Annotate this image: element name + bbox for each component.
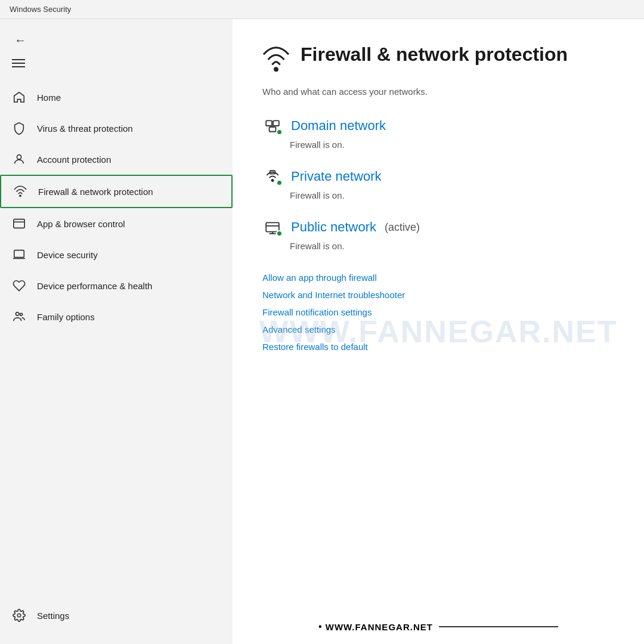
public-network-section: Public network (active) Firewall is on.: [262, 217, 614, 251]
svg-point-0: [17, 155, 21, 159]
hamburger-area: [0, 54, 233, 70]
sidebar-item-app-browser[interactable]: App & browser control: [0, 208, 233, 239]
advanced-settings-link[interactable]: Advanced settings: [262, 324, 614, 335]
svg-point-13: [271, 179, 273, 181]
sidebar-bottom: Settings: [0, 592, 233, 644]
sidebar-item-device-security-label: Device security: [37, 250, 98, 260]
sidebar-item-virus[interactable]: Virus & threat protection: [0, 113, 233, 144]
app-title: Windows Security: [10, 5, 71, 14]
sidebar-item-device-health-label: Device performance & health: [37, 281, 152, 291]
shield-icon: [12, 121, 26, 135]
domain-green-dot: [276, 129, 283, 135]
private-network-title-row: Private network: [262, 166, 614, 187]
firewall-header-icon: [262, 45, 290, 78]
family-icon: [12, 309, 26, 324]
main-content: WWW.FANNEGAR.NET Firewall & network prot…: [233, 19, 644, 644]
sidebar-item-family[interactable]: Family options: [0, 301, 233, 332]
sidebar-item-app-browser-label: App & browser control: [37, 219, 125, 229]
private-network-icon-wrap: [262, 166, 283, 187]
home-icon: [12, 90, 26, 104]
private-green-dot: [276, 179, 283, 186]
domain-network-link[interactable]: Domain network: [291, 118, 386, 134]
svg-point-8: [275, 68, 278, 71]
sidebar-item-device-security[interactable]: Device security: [0, 239, 233, 270]
sidebar-item-firewall-label: Firewall & network protection: [38, 187, 153, 197]
hamburger-line-1: [12, 59, 25, 60]
troubleshooter-link[interactable]: Network and Internet troubleshooter: [262, 290, 614, 300]
wifi-icon: [13, 184, 27, 199]
sidebar-item-firewall[interactable]: Firewall & network protection: [0, 175, 233, 208]
gear-icon: [12, 608, 26, 623]
domain-network-title-row: Domain network: [262, 116, 614, 136]
svg-rect-9: [266, 120, 272, 126]
sidebar-item-home[interactable]: Home: [0, 82, 233, 113]
heart-icon: [12, 278, 26, 293]
svg-rect-10: [273, 120, 279, 126]
public-network-title-row: Public network (active): [262, 217, 614, 237]
app-container: ← Home: [0, 19, 644, 644]
back-button[interactable]: ←: [12, 31, 29, 49]
public-network-icon-wrap: [262, 217, 283, 237]
svg-point-7: [17, 614, 21, 617]
browser-icon: [12, 216, 26, 231]
settings-item[interactable]: Settings: [12, 601, 221, 630]
bottom-watermark-text: WWW.FANNEGAR.NET: [326, 622, 433, 632]
bullet: •: [318, 621, 322, 632]
svg-point-5: [16, 312, 20, 316]
svg-rect-4: [14, 250, 24, 258]
page-subtitle: Who and what can access your networks.: [262, 86, 614, 97]
allow-app-link[interactable]: Allow an app through firewall: [262, 273, 614, 283]
private-network-status: Firewall is on.: [290, 190, 614, 200]
hamburger-button[interactable]: [12, 57, 25, 70]
restore-defaults-link[interactable]: Restore firewalls to default: [262, 342, 614, 352]
sidebar-top-controls: ←: [0, 26, 233, 54]
domain-network-section: Domain network Firewall is on.: [262, 116, 614, 150]
sidebar-item-account[interactable]: Account protection: [0, 144, 233, 175]
hamburger-line-3: [12, 66, 25, 67]
domain-network-icon-wrap: [262, 116, 283, 136]
sidebar-item-home-label: Home: [37, 92, 61, 103]
svg-point-1: [20, 195, 21, 196]
sidebar-item-virus-label: Virus & threat protection: [37, 123, 133, 134]
sidebar-item-account-label: Account protection: [37, 154, 111, 165]
domain-network-status: Firewall is on.: [290, 140, 614, 150]
sidebar-item-family-label: Family options: [37, 312, 95, 322]
public-green-dot: [276, 230, 283, 237]
person-icon: [12, 152, 26, 166]
title-bar: Windows Security: [0, 0, 644, 19]
svg-rect-2: [14, 219, 24, 228]
nav-list: Home Virus & threat protection: [0, 70, 233, 592]
svg-rect-11: [270, 127, 276, 132]
page-title: Firewall & network protection: [301, 43, 568, 66]
bottom-watermark-container: • WWW.FANNEGAR.NET: [318, 621, 558, 632]
settings-label: Settings: [37, 611, 69, 621]
page-header: Firewall & network protection: [262, 43, 614, 78]
laptop-icon: [12, 247, 26, 262]
bottom-watermark-line: [439, 626, 558, 627]
links-section: Allow an app through firewall Network an…: [262, 273, 614, 352]
public-network-status: Firewall is on.: [290, 241, 614, 251]
sidebar: ← Home: [0, 19, 233, 644]
hamburger-line-2: [12, 63, 25, 64]
sidebar-item-device-health[interactable]: Device performance & health: [0, 270, 233, 301]
private-network-link[interactable]: Private network: [291, 169, 382, 184]
svg-point-6: [20, 313, 23, 315]
private-network-section: Private network Firewall is on.: [262, 166, 614, 200]
public-network-active-badge: (active): [385, 221, 420, 234]
notification-settings-link[interactable]: Firewall notification settings: [262, 307, 614, 317]
public-network-link[interactable]: Public network: [291, 219, 376, 235]
